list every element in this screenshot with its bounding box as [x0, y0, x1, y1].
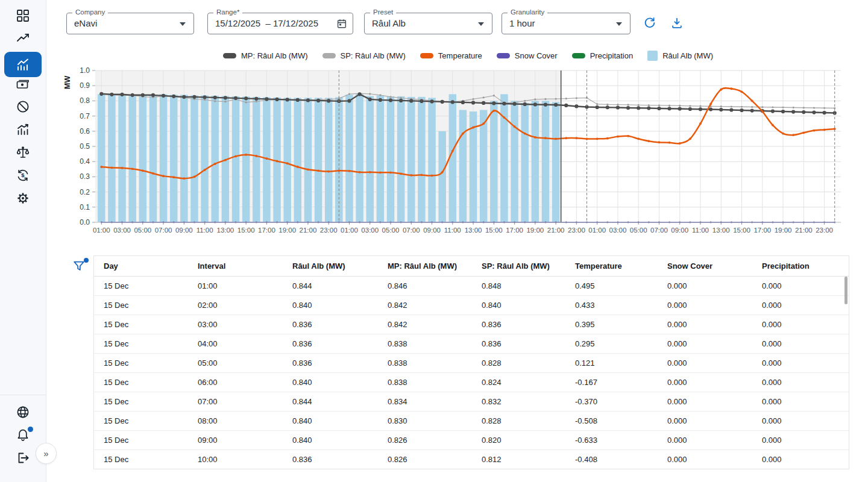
download-icon[interactable]	[670, 16, 684, 30]
table-cell: 15 Dec	[94, 431, 188, 450]
dashboard-grid-icon[interactable]	[16, 8, 30, 23]
table-cell: 0.000	[658, 412, 752, 431]
svg-text:0.1: 0.1	[80, 203, 90, 211]
table-cell: 15 Dec	[94, 296, 188, 315]
table-cell: 0.000	[752, 296, 849, 315]
table-cell: 15 Dec	[94, 334, 188, 354]
banknote-icon[interactable]	[16, 77, 30, 91]
legend-swatch	[647, 51, 658, 61]
table-cell: -0.508	[565, 412, 658, 431]
column-header: SP: Râul Alb (MW)	[472, 256, 565, 277]
table-row: 15 Dec03:000.8360.8420.8360.3950.0000.00…	[94, 315, 849, 334]
table-cell: 0.842	[378, 315, 472, 334]
table-cell: 0.826	[378, 450, 472, 469]
preset-select[interactable]: Preset Râul Alb	[364, 13, 492, 34]
column-header: Snow Cover	[658, 256, 752, 277]
table-row: 15 Dec05:000.8360.8380.8280.1210.0000.00…	[94, 354, 849, 373]
table-cell: 0.824	[472, 373, 565, 392]
table-cell: 0.000	[658, 373, 752, 392]
table-row: 15 Dec07:000.8440.8340.832-0.3700.0000.0…	[94, 392, 849, 412]
table-cell: 0.000	[658, 354, 752, 373]
table-cell: 0.000	[752, 354, 849, 373]
table-cell: 03:00	[188, 315, 283, 334]
block-icon[interactable]	[16, 99, 30, 114]
notification-badge-dot	[28, 427, 33, 432]
legend-item-5[interactable]: Râul Alb (MW)	[647, 51, 713, 61]
table-cell: 08:00	[188, 412, 283, 431]
currency-exchange-icon[interactable]: $	[16, 168, 30, 183]
legend-swatch	[572, 53, 585, 58]
sidebar-collapse-button[interactable]: »	[36, 443, 57, 464]
table-cell: 0.840	[472, 296, 565, 315]
table-cell: 0.836	[472, 334, 565, 354]
table-cell: 0.000	[658, 296, 752, 315]
scale-icon[interactable]	[16, 145, 30, 160]
logout-icon[interactable]	[16, 451, 30, 465]
legend-item-3[interactable]: Snow Cover	[497, 51, 558, 60]
range-value: 15/12/2025 – 17/12/2025	[215, 13, 318, 34]
legend-label: Snow Cover	[515, 51, 558, 60]
table-cell: 0.000	[752, 334, 849, 354]
svg-text:09:00: 09:00	[671, 227, 688, 234]
table-body: 15 Dec01:000.8440.8460.8480.4950.0000.00…	[94, 277, 849, 469]
table-cell: -0.408	[565, 450, 658, 469]
svg-text:0.6: 0.6	[80, 127, 90, 136]
table-cell: 0.000	[658, 431, 752, 450]
table-cell: 0.000	[752, 315, 849, 334]
gear-icon[interactable]	[16, 191, 30, 205]
table-scrollbar-thumb[interactable]	[844, 277, 848, 304]
table-cell: 15 Dec	[94, 277, 188, 296]
sidebar: $	[0, 0, 46, 482]
table-cell: 0.828	[472, 412, 565, 431]
table-cell: 0.840	[283, 296, 378, 315]
table-cell: 0.836	[283, 334, 378, 354]
trending-up-icon[interactable]	[16, 31, 30, 46]
table-cell: 0.121	[565, 354, 658, 373]
legend-swatch	[497, 53, 510, 58]
bars-arrow-icon[interactable]	[16, 122, 30, 137]
svg-text:01:00: 01:00	[93, 227, 110, 234]
column-header: Râul Alb (MW)	[283, 256, 378, 277]
svg-text:13:00: 13:00	[712, 227, 730, 234]
table-row: 15 Dec09:000.8400.8260.820-0.6330.0000.0…	[94, 431, 849, 450]
table-row: 15 Dec01:000.8440.8460.8480.4950.0000.00…	[94, 277, 849, 296]
svg-text:11:00: 11:00	[197, 227, 213, 234]
svg-text:05:00: 05:00	[630, 227, 647, 234]
svg-text:03:00: 03:00	[361, 227, 379, 234]
table-cell: 15 Dec	[94, 412, 188, 431]
svg-text:07:00: 07:00	[650, 227, 668, 234]
column-header: MP: Râul Alb (MW)	[378, 256, 472, 277]
svg-text:23:00: 23:00	[816, 227, 833, 234]
svg-text:01:00: 01:00	[588, 227, 606, 234]
table-cell: 0.836	[472, 315, 565, 334]
globe-icon[interactable]	[16, 405, 30, 419]
table-cell: 10:00	[188, 450, 283, 469]
legend-item-0[interactable]: MP: Râul Alb (MW)	[223, 51, 308, 60]
table-cell: 15 Dec	[94, 392, 188, 412]
table-header-row: DayIntervalRâul Alb (MW)MP: Râul Alb (MW…	[94, 256, 849, 277]
table-cell: 0.834	[378, 392, 472, 412]
table-cell: 0.433	[565, 296, 658, 315]
filter-icon[interactable]	[72, 260, 86, 273]
legend-item-2[interactable]: Temperature	[420, 51, 482, 60]
table-cell: 09:00	[188, 431, 283, 450]
svg-text:19:00: 19:00	[775, 227, 792, 234]
table-cell: 0.840	[283, 412, 378, 431]
table-cell: 0.000	[658, 315, 752, 334]
company-select[interactable]: Company eNavi	[66, 13, 194, 34]
svg-text:0.8: 0.8	[80, 96, 90, 105]
sidebar-item-production-chart-active[interactable]	[4, 52, 42, 77]
granularity-select[interactable]: Granularity 1 hour	[502, 13, 631, 34]
range-input[interactable]: Range* 15/12/2025 – 17/12/2025	[207, 13, 353, 34]
svg-text:0.3: 0.3	[80, 172, 90, 181]
svg-text:19:00: 19:00	[526, 227, 544, 234]
svg-text:11:00: 11:00	[444, 227, 461, 234]
table-cell: 15 Dec	[94, 315, 188, 334]
legend-item-4[interactable]: Precipitation	[572, 51, 634, 60]
refresh-icon[interactable]	[643, 16, 656, 30]
table-cell: 0.848	[472, 277, 565, 296]
legend-item-1[interactable]: SP: Râul Alb (MW)	[322, 51, 406, 60]
chevron-down-icon	[180, 22, 186, 26]
svg-text:11:00: 11:00	[692, 227, 709, 234]
table-cell: 0.830	[378, 412, 472, 431]
